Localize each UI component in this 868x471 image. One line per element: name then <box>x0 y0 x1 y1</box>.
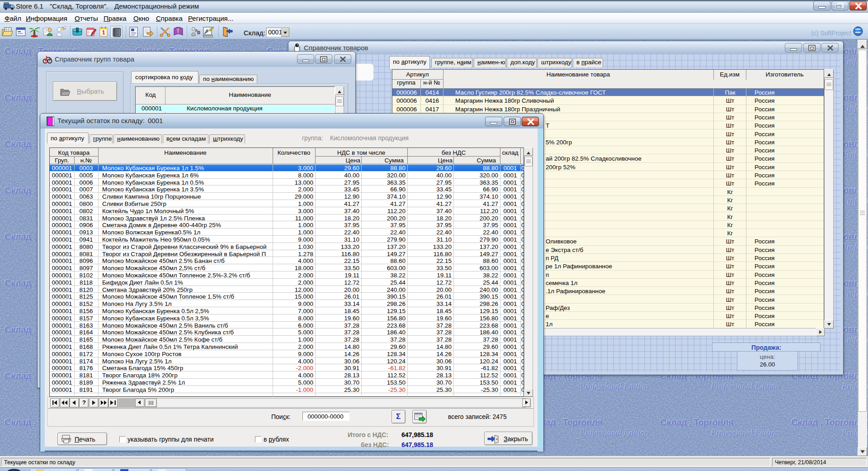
svg-text:1: 1 <box>102 29 105 36</box>
svg-text:?: ? <box>176 29 179 33</box>
